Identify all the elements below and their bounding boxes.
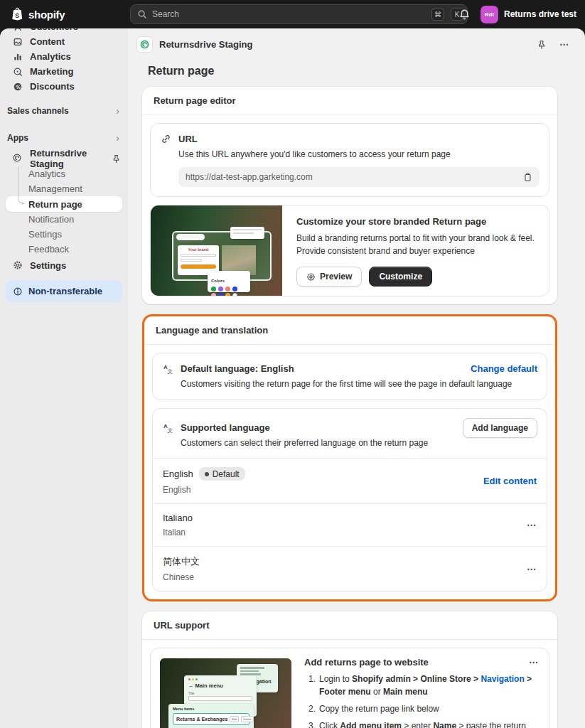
- step-1: 1. Login to Shopify admin > Online Store…: [304, 673, 539, 698]
- cmd-key-badge: ⌘: [431, 8, 444, 21]
- return-page-editor-card: Return page editor URL: [142, 87, 557, 304]
- returnsdrive-app-icon: [136, 36, 153, 53]
- sidebar-item-marketing[interactable]: Marketing: [0, 64, 128, 79]
- supported-language-block: A 文 Supported language Customers can sel…: [152, 408, 547, 592]
- navigation-link[interactable]: Navigation: [481, 674, 524, 684]
- instruction-steps: 1. Login to Shopify admin > Online Store…: [304, 673, 539, 728]
- shopify-logo: S shopify: [0, 6, 65, 23]
- customers-icon: [12, 28, 23, 33]
- sidebar-item-settings[interactable]: Settings: [0, 257, 128, 274]
- non-transferable-banner: Non-transferable: [6, 280, 122, 302]
- promo-brand-label: Your brand: [181, 247, 216, 252]
- sidebar-app-item-notification[interactable]: Notification: [0, 212, 128, 227]
- default-language-description: Customers visiting the return page for t…: [181, 378, 537, 390]
- account-avatar[interactable]: Rdt: [481, 6, 498, 23]
- supported-language-heading: Supported language: [181, 422, 456, 433]
- language-row-chinese: 简体中文 Chinese ⋯: [153, 546, 547, 591]
- language-translation-card: Language and translation A 文 Default lan…: [142, 314, 557, 601]
- promo-colors-label: Colors: [211, 279, 225, 283]
- analytics-icon: [12, 51, 23, 63]
- returnsdrive-app-icon: [12, 153, 23, 164]
- sidebar-item-customers[interactable]: Customers: [0, 28, 128, 34]
- language-row-italiano: Italiano Italian ⋯: [153, 503, 547, 546]
- more-options-icon[interactable]: ⋯: [527, 564, 537, 574]
- step-3: 3. Click Add menu item > enter Name > pa…: [304, 719, 539, 728]
- language-name: English: [163, 469, 193, 479]
- shopify-wordmark: shopify: [28, 9, 65, 21]
- card-title: Language and translation: [144, 316, 555, 345]
- customize-heading: Customize your store branded Return page: [296, 216, 537, 227]
- sidebar-app-item-return-page[interactable]: Return page: [6, 196, 122, 212]
- account-menu[interactable]: Rdt Returns drive test: [481, 6, 576, 23]
- promo-title-label: Title: [188, 692, 252, 695]
- link-icon: [160, 133, 171, 144]
- url-support-card: URL support ↳ Navigation ←: [142, 611, 557, 728]
- app-breadcrumb[interactable]: Returnsdrive Staging: [136, 36, 252, 53]
- svg-text:S: S: [15, 11, 19, 18]
- account-name: Returns drive test: [504, 9, 576, 19]
- default-language-heading: Default language: English: [181, 363, 294, 374]
- promo-menu-items-label: Menu items: [173, 707, 249, 711]
- add-language-button[interactable]: Add language: [463, 418, 537, 438]
- promo-menu-row-label: Returns & Exchanges: [176, 717, 227, 722]
- customize-button[interactable]: Customize: [369, 267, 432, 287]
- pin-icon[interactable]: [112, 154, 121, 164]
- sidebar-app-item-analytics[interactable]: Analytics: [0, 166, 128, 181]
- default-language-block: A 文 Default language: English Change def…: [152, 353, 547, 400]
- sidebar: Customers Content Analytics: [0, 28, 128, 728]
- default-badge: Default: [199, 467, 245, 481]
- url-description: Use this URL anywhere you'd like custome…: [178, 149, 540, 161]
- sidebar-app-returnsdrive[interactable]: Returnsdrive Staging: [0, 151, 128, 166]
- page-title: Return page: [148, 65, 585, 77]
- customize-promo-image: Your brand Colors +: [151, 205, 282, 296]
- eye-icon: [306, 272, 316, 282]
- tree-corner-arrow: [18, 192, 23, 203]
- language-subtitle: Chinese: [163, 572, 200, 582]
- notifications-bell-icon[interactable]: [458, 9, 471, 21]
- copy-icon[interactable]: [522, 172, 532, 182]
- url-block: URL Use this URL anywhere you'd like cus…: [150, 123, 549, 197]
- card-title: URL support: [142, 611, 557, 640]
- more-options-icon[interactable]: ⋯: [529, 657, 539, 668]
- sidebar-item-content[interactable]: Content: [0, 34, 128, 49]
- more-options-icon[interactable]: ⋯: [527, 520, 537, 530]
- change-default-link[interactable]: Change default: [471, 363, 537, 374]
- language-name: 简体中文: [163, 555, 200, 568]
- app-name-label: Returnsdrive Staging: [159, 39, 252, 50]
- url-label: URL: [178, 134, 198, 144]
- sidebar-item-analytics[interactable]: Analytics: [0, 49, 128, 64]
- main-content: Returnsdrive Staging ⋯ Return page Retur…: [128, 28, 585, 728]
- chevron-right-icon: ›: [116, 132, 119, 144]
- more-options-icon[interactable]: ⋯: [559, 39, 569, 50]
- return-page-url-field[interactable]: https://dat-test-app.garketing.com: [178, 167, 540, 187]
- global-search[interactable]: ⌘ K: [130, 4, 468, 24]
- sidebar-section-sales-channels[interactable]: Sales channels ›: [0, 104, 128, 118]
- svg-text:文: 文: [167, 427, 173, 433]
- shopify-bag-icon: S: [10, 6, 25, 23]
- promo-edit-badge: Edit: [230, 716, 239, 722]
- translate-icon: A 文: [162, 422, 173, 434]
- svg-text:%: %: [16, 84, 21, 89]
- language-name: Italiano: [163, 513, 193, 523]
- language-subtitle: Italian: [163, 528, 193, 537]
- badge-dot-icon: [205, 472, 209, 476]
- url-support-promo-image: ↳ Navigation ← Main menu Title Menu item: [160, 658, 291, 728]
- preview-button[interactable]: Preview: [296, 267, 362, 287]
- info-icon: [13, 287, 23, 296]
- edit-content-link[interactable]: Edit content: [483, 476, 537, 486]
- sidebar-app-item-feedback[interactable]: Feedback: [0, 242, 128, 257]
- sidebar-item-discounts[interactable]: % Discounts: [0, 79, 128, 94]
- svg-text:文: 文: [167, 368, 173, 373]
- search-icon: [137, 9, 147, 19]
- search-input[interactable]: [152, 9, 425, 19]
- add-returns-page-block: ↳ Navigation ← Main menu Title Menu item: [150, 648, 549, 728]
- sidebar-section-apps[interactable]: Apps ›: [0, 131, 128, 145]
- translate-icon: A 文: [162, 363, 173, 374]
- pin-icon[interactable]: [537, 40, 547, 50]
- marketing-icon: [12, 66, 23, 77]
- sidebar-app-item-settings[interactable]: Settings: [0, 227, 128, 242]
- return-page-url-value: https://dat-test-app.garketing.com: [186, 172, 313, 182]
- language-subtitle: English: [163, 485, 245, 495]
- discounts-icon: %: [12, 81, 23, 92]
- top-bar: S shopify ⌘ K Rdt Returns drive test: [0, 0, 585, 28]
